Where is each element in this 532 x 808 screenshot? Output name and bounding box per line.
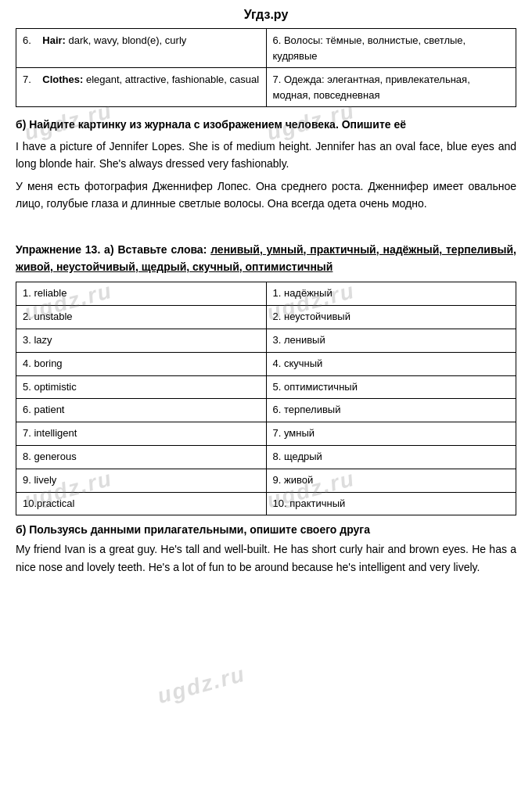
section-b-text-en: I have a picture of Jennifer Lopes. She …	[16, 138, 516, 173]
table-row: 6. patient6. терпеливый	[16, 399, 516, 422]
vocab-cell-right: 9. живой	[266, 469, 516, 492]
vocab-cell-left: 3. lazy	[16, 329, 267, 352]
vocab-cell-left: 2. unstable	[16, 306, 267, 329]
vocab-cell-right: 3. ленивый	[266, 329, 516, 352]
table-row: 2. unstable2. неустойчивый	[16, 306, 516, 329]
vocab-cell-right: 1. надёжный	[266, 282, 516, 306]
vocab-cell-right: 2. неустойчивый	[266, 306, 516, 329]
table-row: 5. optimistic5. оптимистичный	[16, 375, 516, 399]
top-table-cell-right: 6. Волосы: тёмные, волнистые, светлые, к…	[266, 29, 516, 68]
vocab-cell-left: 7. intelligent	[16, 422, 267, 446]
table-row: 1. reliable1. надёжный	[16, 282, 516, 306]
exercise-13-header: Упражнение 13. а) Вставьте слова: ленивы…	[16, 241, 516, 276]
vocab-cell-left: 10.practical	[16, 492, 267, 515]
vocab-table: 1. reliable1. надёжный2. unstable2. неус…	[16, 282, 516, 515]
section-b-header: б) Найдите картинку из журнала с изображ…	[16, 117, 516, 133]
table-row: 3. lazy3. ленивый	[16, 329, 516, 352]
section-b2-text: My friend Ivan is a great guy. He's tall…	[16, 540, 516, 576]
table-row: 8. generous8. щедрый	[16, 445, 516, 469]
vocab-cell-left: 8. generous	[16, 445, 267, 469]
top-table-cell-left: 6. Hair: dark, wavy, blond(e), curly	[16, 29, 267, 68]
vocab-cell-right: 4. скучный	[266, 352, 516, 375]
vocab-cell-right: 5. оптимистичный	[266, 375, 516, 399]
table-row: 7. intelligent7. умный	[16, 422, 516, 446]
site-title: Угдз.ру	[16, 8, 516, 22]
table-row: 9. lively9. живой	[16, 469, 516, 492]
vocab-cell-left: 1. reliable	[16, 282, 267, 306]
vocab-cell-right: 10. практичный	[266, 492, 516, 515]
top-table-cell-right: 7. Одежда: элегантная, привлекательная, …	[266, 68, 516, 107]
vocab-cell-left: 4. boring	[16, 352, 267, 375]
vocab-cell-right: 7. умный	[266, 422, 516, 446]
watermark-7: ugdz.ru	[155, 662, 248, 709]
vocab-cell-left: 5. optimistic	[16, 375, 267, 399]
vocab-cell-left: 6. patient	[16, 399, 267, 422]
vocab-cell-left: 9. lively	[16, 469, 267, 492]
table-row: 10.practical10. практичный	[16, 492, 516, 515]
section-b2-header: б) Пользуясь данными прилагательными, оп…	[16, 523, 516, 536]
vocab-cell-right: 6. терпеливый	[266, 399, 516, 422]
section-b-text-ru: У меня есть фотография Дженнифер Лопес. …	[16, 178, 516, 213]
top-vocab-table: 6. Hair: dark, wavy, blond(e), curly6. В…	[16, 28, 516, 107]
vocab-cell-right: 8. щедрый	[266, 445, 516, 469]
table-row: 4. boring4. скучный	[16, 352, 516, 375]
top-table-cell-left: 7. Clothes: elegant, attractive, fashion…	[16, 68, 267, 107]
